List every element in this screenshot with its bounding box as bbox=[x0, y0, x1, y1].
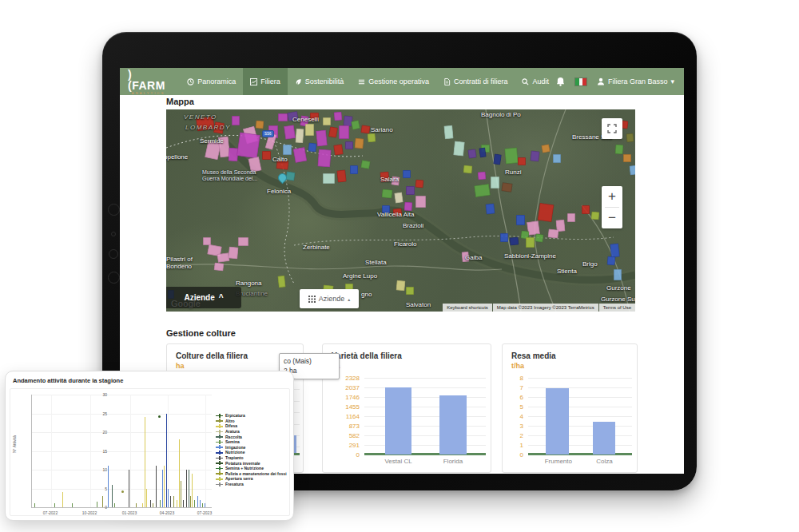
field-parcel[interactable] bbox=[518, 157, 526, 165]
keyboard-shortcuts-link[interactable]: Keyboard shortcuts bbox=[443, 304, 492, 312]
legend-label: Pulizia e manutenzione dei fossi bbox=[225, 471, 287, 476]
field-parcel[interactable] bbox=[467, 149, 476, 158]
field-parcel[interactable] bbox=[237, 132, 260, 158]
tab-sostenibilita[interactable]: Sostenibilità bbox=[288, 68, 352, 95]
field-parcel[interactable] bbox=[394, 192, 403, 203]
field-parcel[interactable] bbox=[406, 287, 414, 295]
field-parcel[interactable] bbox=[333, 144, 344, 155]
field-parcel[interactable] bbox=[339, 125, 349, 139]
field-parcel[interactable] bbox=[491, 177, 499, 189]
field-parcel[interactable] bbox=[415, 180, 424, 189]
zoom-in-button[interactable]: + bbox=[602, 186, 622, 207]
field-parcel[interactable] bbox=[360, 160, 371, 169]
zoom-out-button[interactable]: − bbox=[602, 208, 622, 228]
tab-audit[interactable]: Audit bbox=[515, 68, 556, 95]
field-parcel[interactable] bbox=[381, 189, 392, 198]
field-parcel[interactable] bbox=[415, 196, 426, 208]
field-parcel[interactable] bbox=[336, 169, 347, 182]
legend-item: Nutrizione bbox=[216, 450, 287, 455]
field-parcel[interactable] bbox=[567, 213, 575, 222]
field-parcel[interactable] bbox=[582, 205, 590, 214]
field-parcel[interactable] bbox=[295, 129, 304, 144]
user-menu[interactable]: Filiera Gran Basso ▾ bbox=[597, 77, 674, 85]
field-parcel[interactable] bbox=[350, 165, 358, 174]
field-parcel[interactable] bbox=[614, 269, 622, 280]
field-parcel[interactable] bbox=[626, 133, 634, 143]
field-parcel[interactable] bbox=[203, 237, 211, 245]
field-parcel[interactable] bbox=[317, 149, 331, 167]
field-parcel[interactable] bbox=[278, 113, 288, 121]
field-parcel[interactable] bbox=[316, 129, 328, 146]
field-parcel[interactable] bbox=[351, 120, 360, 130]
field-parcel[interactable] bbox=[228, 247, 238, 260]
field-parcel[interactable] bbox=[406, 186, 415, 195]
y-tick: 2 bbox=[520, 432, 523, 439]
field-parcel[interactable] bbox=[443, 125, 453, 140]
field-parcel[interactable] bbox=[629, 165, 635, 176]
activity-spike bbox=[142, 503, 143, 507]
activity-spike bbox=[186, 470, 187, 507]
field-parcel[interactable] bbox=[610, 243, 620, 257]
field-parcel[interactable] bbox=[404, 202, 413, 212]
tab-gestione-operativa[interactable]: Gestione operativa bbox=[351, 68, 436, 95]
field-parcel[interactable] bbox=[345, 141, 353, 149]
field-parcel[interactable] bbox=[615, 145, 624, 155]
field-parcel[interactable] bbox=[305, 124, 314, 136]
bell-icon[interactable] bbox=[556, 77, 565, 86]
fullscreen-button[interactable] bbox=[602, 118, 622, 139]
aziende-layer-button[interactable]: Aziende ▴ bbox=[300, 289, 359, 308]
legend-marker bbox=[216, 466, 223, 470]
field-parcel[interactable] bbox=[323, 173, 335, 184]
field-parcel[interactable] bbox=[553, 154, 561, 163]
field-parcel[interactable] bbox=[478, 172, 487, 181]
field-parcel[interactable] bbox=[485, 203, 495, 214]
tab-panoramica[interactable]: Panoramica bbox=[180, 68, 243, 95]
field-parcel[interactable] bbox=[474, 184, 491, 197]
field-parcel[interactable] bbox=[214, 262, 225, 271]
field-parcel[interactable] bbox=[541, 144, 551, 153]
field-parcel[interactable] bbox=[238, 237, 248, 246]
field-parcel[interactable] bbox=[623, 154, 631, 162]
tab-filiera[interactable]: Filiera bbox=[243, 68, 288, 95]
field-parcel[interactable] bbox=[510, 237, 519, 246]
field-parcel[interactable] bbox=[354, 138, 364, 149]
field-parcel[interactable] bbox=[501, 182, 512, 193]
field-parcel[interactable] bbox=[547, 228, 559, 238]
field-parcel[interactable] bbox=[403, 170, 411, 178]
field-parcel[interactable] bbox=[535, 233, 543, 242]
gridline bbox=[32, 470, 212, 470]
field-parcel[interactable] bbox=[463, 165, 473, 174]
language-flag-italy[interactable] bbox=[574, 77, 587, 86]
field-parcel[interactable] bbox=[334, 112, 343, 121]
field-parcel[interactable] bbox=[591, 212, 600, 220]
field-parcel[interactable] bbox=[256, 121, 264, 129]
field-parcel[interactable] bbox=[360, 125, 370, 133]
field-parcel[interactable] bbox=[368, 133, 376, 143]
field-parcel[interactable] bbox=[262, 151, 271, 160]
field-parcel[interactable] bbox=[308, 143, 316, 153]
gridline bbox=[528, 397, 632, 398]
aziende-overlay-toggle[interactable]: Aziende^ bbox=[166, 287, 241, 308]
gridline bbox=[528, 407, 632, 407]
field-parcel[interactable] bbox=[530, 150, 539, 161]
field-parcel[interactable] bbox=[538, 203, 555, 222]
field-parcel[interactable] bbox=[284, 125, 296, 140]
map[interactable]: VENETOLOMBARDYSermideppelloneCeneselliSa… bbox=[166, 109, 635, 312]
field-parcel[interactable] bbox=[293, 147, 308, 163]
terms-of-use-link[interactable]: Terms of Use bbox=[599, 304, 635, 312]
field-parcel[interactable] bbox=[479, 148, 487, 158]
field-parcel[interactable] bbox=[504, 147, 519, 164]
field-parcel[interactable] bbox=[500, 233, 508, 242]
field-parcel[interactable] bbox=[277, 276, 286, 288]
field-parcel[interactable] bbox=[396, 280, 405, 292]
field-parcel[interactable] bbox=[283, 145, 292, 155]
field-parcel[interactable] bbox=[526, 237, 535, 248]
field-parcel[interactable] bbox=[453, 141, 465, 156]
field-parcel[interactable] bbox=[232, 116, 240, 125]
field-parcel[interactable] bbox=[607, 256, 616, 266]
field-parcel[interactable] bbox=[493, 153, 502, 165]
legend-marker bbox=[216, 482, 223, 486]
tab-contratti-di-filiera[interactable]: Contratti di filiera bbox=[436, 68, 515, 95]
field-parcel[interactable] bbox=[516, 215, 525, 225]
field-parcel[interactable] bbox=[323, 117, 331, 125]
